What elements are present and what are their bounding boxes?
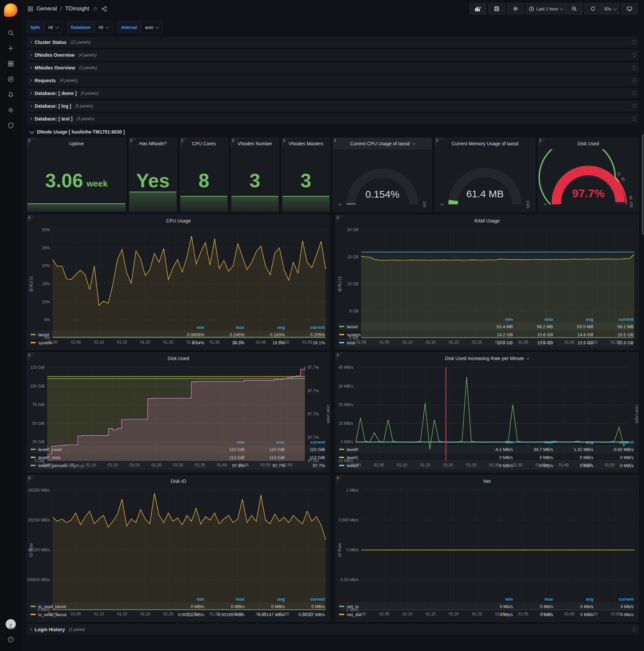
cycle-view-mode-button[interactable] (621, 3, 638, 14)
panel-header[interactable]: RAM Usage (336, 215, 638, 226)
svg-text:-10 MB/s: -10 MB/s (337, 458, 353, 463)
row-drag-handle[interactable] (633, 40, 636, 45)
row-drag-handle[interactable] (633, 91, 636, 96)
svg-text:01:40: 01:40 (233, 340, 243, 345)
row-database-log[interactable]: ›Database: [ log ](5 panels) (27, 101, 639, 112)
user-avatar[interactable] (4, 617, 18, 631)
variable-database-value[interactable]: All (95, 22, 112, 33)
disk-used-gauge[interactable]: 075809510097.7% (538, 149, 638, 212)
share-icon[interactable] (101, 6, 107, 12)
panel-info-icon[interactable]: i (538, 138, 546, 146)
svg-text:01:00: 01:00 (47, 612, 58, 616)
disk-used-chart[interactable]: 0 GiB25 GiB50 GiB75 GiB100 GiB125 GiB01:… (27, 364, 330, 439)
svg-text:20 MB/s: 20 MB/s (339, 402, 353, 407)
row-drag-handle[interactable] (633, 103, 636, 109)
row-mnodes-overview[interactable]: ›MNodes Overview(2 panels) (27, 62, 639, 73)
panel-info-icon[interactable]: i (336, 215, 344, 223)
row-dnode-usage[interactable]: DNode Usage [ huolinhe-TM1701:6030 ] (27, 126, 639, 137)
time-range-picker[interactable]: Last 1 hour (526, 3, 566, 14)
add-panel-button[interactable] (470, 3, 486, 14)
dashboard-settings-button[interactable] (507, 3, 524, 14)
row-database-test[interactable]: ›Database: [ test ](5 panels) (27, 114, 639, 124)
row-cluster-status[interactable]: ›Cluster Status(21 panels) (27, 37, 639, 48)
chevron-down-icon (105, 25, 109, 29)
refresh-interval-picker[interactable]: 30s (601, 3, 619, 14)
panel-header[interactable]: Disk Used (27, 353, 330, 364)
panel-info-icon[interactable]: i (336, 475, 344, 484)
configuration-gear-icon[interactable] (4, 103, 18, 117)
zoom-out-time-button[interactable] (566, 3, 583, 14)
chevron-right-icon: › (30, 77, 32, 83)
svg-text:01:05: 01:05 (379, 612, 389, 616)
panel-info-icon[interactable]: i (27, 138, 35, 146)
svg-text:10 MB/s: 10 MB/s (339, 421, 353, 426)
row-dnodes-overview[interactable]: ›DNodes Overview(4 panels) (27, 50, 639, 60)
panel-info-icon[interactable]: i (231, 138, 239, 146)
svg-text:0.00150 MB/s: 0.00150 MB/s (27, 518, 50, 523)
panel-header[interactable]: Current CPU Usage of taosd (333, 138, 432, 149)
panel-header[interactable]: Disk IO (27, 475, 330, 487)
row-drag-handle[interactable] (633, 52, 636, 58)
variable-interval-value[interactable]: auto (141, 22, 162, 33)
explore-compass-icon[interactable] (4, 72, 18, 86)
apps-grid-icon (28, 6, 33, 12)
row-drag-handle[interactable] (633, 116, 636, 122)
svg-text:01:40: 01:40 (541, 340, 551, 345)
chevron-right-icon: › (30, 64, 32, 70)
panel-vnodes-masters: i VNodes Masters 3 (282, 137, 330, 212)
panel-info-icon[interactable]: i (435, 138, 443, 146)
variable-database-label: Database (67, 22, 94, 33)
memory-gauge[interactable]: 0158561.4 MB (435, 149, 535, 212)
grafana-logo-icon[interactable] (4, 3, 18, 17)
template-variables-bar: fqdn All Database All Interval auto (27, 22, 639, 33)
svg-text:0 GiB: 0 GiB (35, 458, 44, 463)
variable-fqdn-value[interactable]: All (44, 22, 62, 33)
panel-header[interactable]: Disk Used (538, 138, 638, 149)
panel-info-icon[interactable]: i (27, 353, 35, 361)
svg-text:01:30: 01:30 (187, 340, 197, 345)
panel-header[interactable]: Disk Used Increasing Rate per Minute (336, 353, 638, 364)
server-admin-shield-icon[interactable] (4, 119, 18, 132)
create-icon[interactable] (4, 41, 18, 55)
row-database-demo[interactable]: ›Database: [ demo ](5 panels) (27, 88, 639, 99)
scrollbar-thumb[interactable] (642, 134, 644, 235)
breadcrumb-folder[interactable]: General (37, 5, 57, 12)
panel-info-icon[interactable]: i (336, 353, 344, 361)
dashboards-icon[interactable] (4, 57, 18, 70)
panel-info-icon[interactable]: i (180, 138, 188, 146)
panel-header[interactable]: Uptime (27, 138, 126, 149)
svg-text:使用占比: 使用占比 (29, 276, 34, 292)
panel-info-icon[interactable]: i (27, 475, 35, 484)
sidebar: ? (0, 0, 22, 651)
svg-text:01:05: 01:05 (71, 340, 81, 345)
svg-text:80: 80 (620, 176, 626, 182)
dashboard-title[interactable]: TDinsight (65, 5, 89, 12)
panel-header[interactable]: CPU Usage (27, 215, 330, 226)
star-icon[interactable]: ☆ (93, 5, 98, 12)
net-chart[interactable]: -1 Mb/s-0.50 Mb/s0 Mb/s0.500 Mb/s1 Mb/s0… (336, 487, 638, 596)
alerting-bell-icon[interactable] (4, 88, 18, 101)
panel-info-icon[interactable]: i (282, 138, 290, 146)
panel-info-icon[interactable]: i (27, 215, 35, 223)
chevron-right-icon: › (30, 90, 32, 96)
ram-usage-chart[interactable]: 0 MB5 GB10 GB15 GB20 GB01:0001:0501:1001… (336, 226, 638, 316)
grafana-dashboard: { "nav": {"folder":"General","separator"… (0, 0, 644, 651)
refresh-button[interactable] (585, 3, 601, 14)
row-drag-handle[interactable] (633, 78, 636, 83)
row-drag-handle[interactable] (633, 65, 636, 70)
panel-header[interactable]: Current Memory Usage of taosd (435, 138, 535, 149)
search-icon[interactable] (4, 26, 18, 40)
disk-io-chart[interactable]: 0 MB/s0.000500 MB/s0.00100 MB/s0.00150 M… (27, 487, 330, 596)
disk-rate-chart[interactable]: -10 MB/s0 MB/s10 MB/s20 MB/s30 MB/s40 MB… (336, 364, 638, 439)
row-login-history[interactable]: ›Login History(1 panel) (27, 624, 639, 635)
row-requests[interactable]: ›Requests(4 panels) (27, 75, 639, 86)
panel-info-icon[interactable]: i (333, 138, 341, 146)
svg-text:01:30: 01:30 (489, 463, 500, 467)
panel-header[interactable]: Net (336, 475, 638, 487)
cpu-usage-chart[interactable]: 0%5%10%15%20%25%30%01:0001:0501:1001:150… (27, 226, 330, 324)
cpu-gauge[interactable]: 01000.154% (333, 149, 432, 212)
help-icon[interactable]: ? (4, 633, 18, 646)
save-dashboard-button[interactable] (488, 3, 505, 14)
panel-info-icon[interactable]: i (129, 138, 137, 146)
row-drag-handle[interactable] (633, 627, 636, 632)
